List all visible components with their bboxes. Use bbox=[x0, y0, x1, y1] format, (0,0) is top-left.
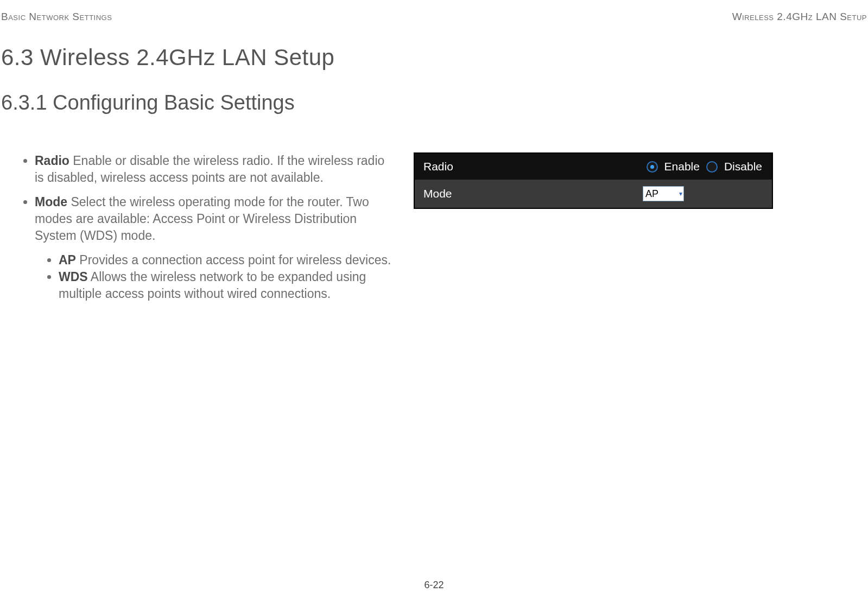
mode-select[interactable]: AP ▾ bbox=[643, 186, 684, 201]
inset-row-radio: Radio Enable Disable bbox=[415, 154, 772, 180]
desc-radio-text: Enable or disable the wireless radio. If… bbox=[35, 154, 384, 184]
radio-disable-label: Disable bbox=[724, 160, 762, 173]
header-right: Wireless 2.4GHz LAN Setup bbox=[732, 11, 867, 23]
inset-radio-label: Radio bbox=[423, 160, 597, 173]
radio-enable-label: Enable bbox=[664, 160, 700, 173]
desc-ap-item: AP Provides a connection access point fo… bbox=[59, 252, 392, 269]
desc-wds-item: WDS Allows the wireless network to be ex… bbox=[59, 269, 392, 302]
chevron-down-icon: ▾ bbox=[679, 190, 682, 198]
inset-row-mode: Mode AP ▾ bbox=[415, 180, 772, 208]
desc-ap-text: Provides a connection access point for w… bbox=[76, 253, 391, 267]
desc-wds-term: WDS bbox=[59, 270, 88, 284]
radio-enable[interactable] bbox=[647, 161, 658, 173]
mode-select-value: AP bbox=[645, 188, 658, 200]
desc-mode-term: Mode bbox=[35, 195, 67, 209]
subsection-title: 6.3.1 Configuring Basic Settings bbox=[1, 91, 868, 114]
desc-radio-item: Radio Enable or disable the wireless rad… bbox=[35, 152, 392, 186]
desc-mode-item: Mode Select the wireless operating mode … bbox=[35, 194, 392, 302]
desc-ap-term: AP bbox=[59, 253, 76, 267]
desc-mode-text: Select the wireless operating mode for t… bbox=[35, 195, 369, 243]
page-footer: 6-22 bbox=[0, 580, 868, 591]
radio-disable[interactable] bbox=[706, 161, 718, 173]
section-title: 6.3 Wireless 2.4GHz LAN Setup bbox=[1, 44, 868, 71]
inset-mode-label: Mode bbox=[423, 187, 597, 200]
header-left: Basic Network Settings bbox=[1, 11, 112, 23]
desc-wds-text: Allows the wireless network to be expand… bbox=[59, 270, 366, 301]
settings-inset: Radio Enable Disable Mode AP ▾ bbox=[414, 152, 773, 209]
radio-group: Enable Disable bbox=[647, 160, 762, 173]
desc-radio-term: Radio bbox=[35, 154, 69, 168]
